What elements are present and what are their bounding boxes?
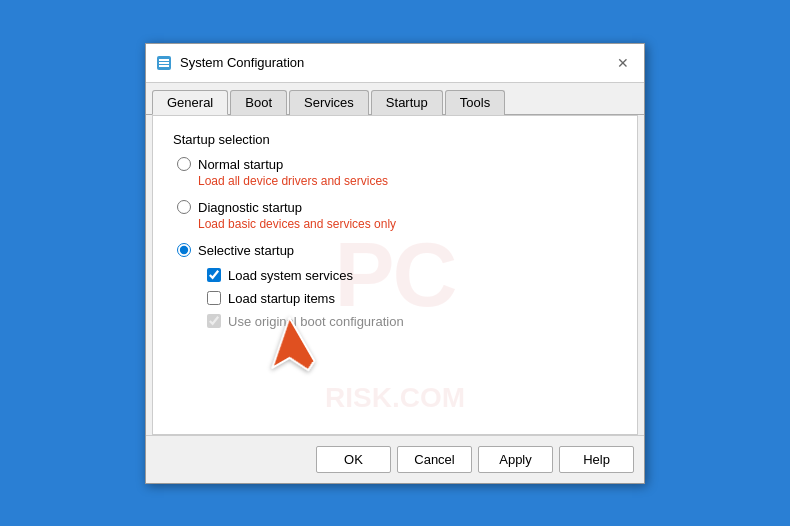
- tab-services[interactable]: Services: [289, 90, 369, 115]
- footer: OK Cancel Apply Help: [146, 435, 644, 483]
- startup-radio-group: Normal startup Load all device drivers a…: [177, 157, 617, 329]
- use-original-boot-row[interactable]: Use original boot configuration: [207, 314, 617, 329]
- tab-tools[interactable]: Tools: [445, 90, 505, 115]
- selective-options-group: Load system services Load startup items …: [207, 268, 617, 329]
- title-bar: System Configuration ✕: [146, 44, 644, 83]
- diagnostic-startup-row[interactable]: Diagnostic startup: [177, 200, 617, 215]
- app-icon: [156, 55, 172, 71]
- title-bar-text: System Configuration: [180, 55, 612, 70]
- load-system-services-label: Load system services: [228, 268, 353, 283]
- svg-rect-2: [159, 59, 169, 61]
- load-system-services-row[interactable]: Load system services: [207, 268, 617, 283]
- system-configuration-dialog: System Configuration ✕ General Boot Serv…: [145, 43, 645, 484]
- diagnostic-startup-radio[interactable]: [177, 200, 191, 214]
- normal-startup-desc: Load all device drivers and services: [198, 174, 617, 188]
- normal-startup-radio[interactable]: [177, 157, 191, 171]
- selective-startup-row[interactable]: Selective startup: [177, 243, 617, 258]
- load-startup-items-label: Load startup items: [228, 291, 335, 306]
- normal-startup-row[interactable]: Normal startup: [177, 157, 617, 172]
- content-inner: Startup selection Normal startup Load al…: [173, 132, 617, 329]
- load-system-services-checkbox[interactable]: [207, 268, 221, 282]
- diagnostic-startup-item: Diagnostic startup Load basic devices an…: [177, 200, 617, 231]
- load-startup-items-checkbox[interactable]: [207, 291, 221, 305]
- tab-boot[interactable]: Boot: [230, 90, 287, 115]
- selective-startup-item: Selective startup Load system services L…: [177, 243, 617, 329]
- normal-startup-label: Normal startup: [198, 157, 283, 172]
- section-label: Startup selection: [173, 132, 617, 147]
- tab-general[interactable]: General: [152, 90, 228, 115]
- content-panel: PC RISK.COM Startup selection Normal sta…: [152, 115, 638, 435]
- tabs-bar: General Boot Services Startup Tools: [146, 83, 644, 115]
- ok-button[interactable]: OK: [316, 446, 391, 473]
- cancel-button[interactable]: Cancel: [397, 446, 472, 473]
- diagnostic-startup-desc: Load basic devices and services only: [198, 217, 617, 231]
- selective-startup-radio[interactable]: [177, 243, 191, 257]
- tab-startup[interactable]: Startup: [371, 90, 443, 115]
- svg-rect-1: [159, 62, 169, 64]
- close-button[interactable]: ✕: [612, 52, 634, 74]
- use-original-boot-checkbox[interactable]: [207, 314, 221, 328]
- diagnostic-startup-label: Diagnostic startup: [198, 200, 302, 215]
- selective-startup-label: Selective startup: [198, 243, 294, 258]
- normal-startup-item: Normal startup Load all device drivers a…: [177, 157, 617, 188]
- svg-rect-3: [159, 65, 169, 67]
- watermark-text: RISK.COM: [325, 382, 465, 414]
- apply-button[interactable]: Apply: [478, 446, 553, 473]
- help-button[interactable]: Help: [559, 446, 634, 473]
- load-startup-items-row[interactable]: Load startup items: [207, 291, 617, 306]
- use-original-boot-label: Use original boot configuration: [228, 314, 404, 329]
